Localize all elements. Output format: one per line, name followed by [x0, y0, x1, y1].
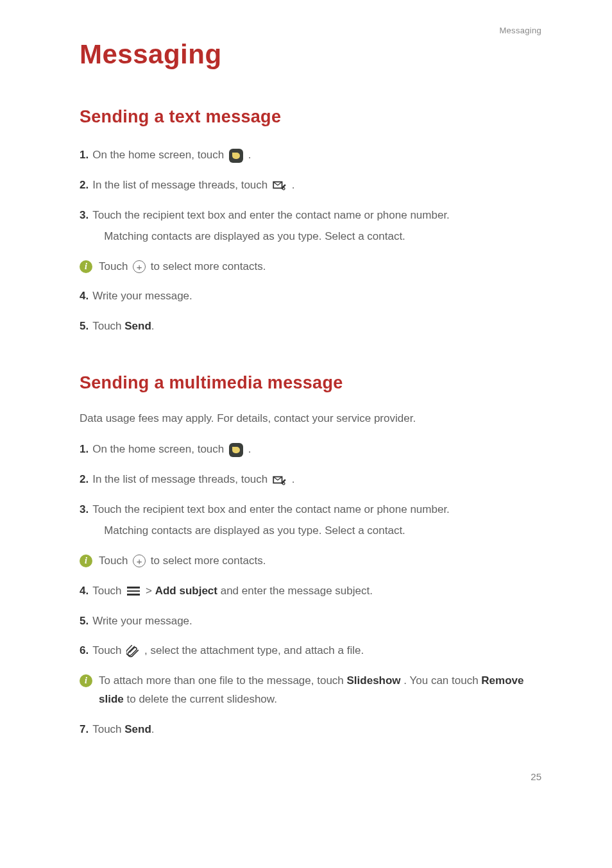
- step-6: 6. Touch , select the attachment type, a…: [80, 642, 541, 660]
- step-text: Write your message.: [92, 612, 541, 631]
- step-body: Touch , select the attachment type, and …: [92, 642, 541, 660]
- step-1: 1. On the home screen, touch .: [80, 146, 541, 165]
- note-text: Touch: [99, 260, 131, 272]
- step-text: .: [292, 179, 295, 191]
- step-body: On the home screen, touch .: [92, 440, 541, 459]
- step-4: 4. Write your message.: [80, 287, 541, 306]
- step-text: and enter the message subject.: [221, 585, 373, 597]
- step-number: 5.: [80, 317, 89, 336]
- info-note: i To attach more than one file to the me…: [80, 672, 541, 709]
- step-2: 2. In the list of message threads, touch…: [80, 176, 541, 195]
- step-3: 3. Touch the recipient text box and ente…: [80, 501, 541, 540]
- step-number: 4.: [80, 582, 89, 601]
- note-text: to select more contacts.: [151, 260, 266, 272]
- step-text: Touch: [92, 585, 124, 597]
- step-number: 1.: [80, 146, 89, 165]
- send-label: Send: [124, 723, 151, 735]
- note-text: . You can touch: [404, 674, 481, 687]
- note-body: Touch + to select more contacts.: [99, 552, 541, 571]
- step-body: Touch > Add subject and enter the messag…: [92, 582, 541, 601]
- step-5: 5. Touch Send.: [80, 317, 541, 336]
- step-4: 4. Touch > Add subject and enter the mes…: [80, 582, 541, 601]
- step-7: 7. Touch Send.: [80, 721, 541, 739]
- step-body: Touch the recipient text box and enter t…: [92, 501, 541, 540]
- step-number: 5.: [80, 612, 89, 631]
- step-number: 3.: [80, 206, 89, 225]
- page-container: Messaging Messaging Sending a text messa…: [0, 0, 612, 814]
- info-note: i Touch + to select more contacts.: [80, 552, 541, 571]
- step-text: Touch the recipient text box and enter t…: [92, 209, 450, 221]
- note-body: To attach more than one file to the mess…: [99, 672, 541, 709]
- step-text: In the list of message threads, touch: [92, 473, 271, 485]
- step-text: Touch: [92, 320, 124, 332]
- page-number: 25: [80, 771, 541, 782]
- send-label: Send: [124, 320, 151, 332]
- add-contact-icon: +: [133, 555, 146, 567]
- add-contact-icon: +: [133, 260, 146, 273]
- step-text: On the home screen, touch: [92, 149, 227, 161]
- step-number: 2.: [80, 471, 89, 489]
- step-text: Touch: [92, 644, 124, 656]
- step-text: .: [151, 320, 155, 332]
- step-body: Touch the recipient text box and enter t…: [92, 206, 541, 246]
- step-body: Touch Send.: [92, 721, 541, 739]
- compose-message-icon: [273, 475, 287, 485]
- step-text: Touch: [92, 723, 124, 735]
- step-text: On the home screen, touch: [92, 443, 227, 455]
- step-text: .: [248, 443, 251, 455]
- slideshow-label: Slideshow: [347, 674, 401, 687]
- menu-icon: [127, 586, 140, 596]
- section-title-text-message: Sending a text message: [80, 107, 541, 127]
- step-text: >: [146, 585, 155, 597]
- step-2: 2. In the list of message threads, touch…: [80, 471, 541, 489]
- messaging-app-icon: [229, 443, 243, 457]
- step-3: 3. Touch the recipient text box and ente…: [80, 206, 541, 246]
- note-text: Touch: [99, 555, 131, 567]
- step-number: 7.: [80, 721, 89, 739]
- step-1: 1. On the home screen, touch .: [80, 440, 541, 459]
- step-body: In the list of message threads, touch .: [92, 471, 541, 489]
- messaging-app-icon: [229, 149, 243, 163]
- step-number: 4.: [80, 287, 89, 306]
- step-5: 5. Write your message.: [80, 612, 541, 631]
- step-number: 6.: [80, 642, 89, 660]
- note-text: to select more contacts.: [151, 555, 266, 567]
- step-body: In the list of message threads, touch .: [92, 176, 541, 195]
- svg-point-3: [282, 482, 285, 485]
- step-text: Write your message.: [92, 287, 541, 306]
- section-title-multimedia-message: Sending a multimedia message: [80, 373, 541, 393]
- info-icon: i: [80, 260, 92, 273]
- compose-message-icon: [273, 180, 287, 190]
- attachment-icon: [126, 645, 139, 658]
- step-body: On the home screen, touch .: [92, 146, 541, 165]
- step-number: 3.: [80, 501, 89, 519]
- step-text: In the list of message threads, touch: [92, 179, 271, 191]
- step-text: .: [292, 473, 295, 485]
- note-text: To attach more than one file to the mess…: [99, 674, 347, 687]
- add-subject-label: Add subject: [155, 585, 217, 597]
- step-text: Touch the recipient text box and enter t…: [92, 503, 450, 515]
- svg-point-1: [282, 188, 285, 190]
- info-note: i Touch + to select more contacts.: [80, 258, 541, 276]
- step-text: Matching contacts are displayed as you t…: [104, 228, 541, 246]
- step-body: Touch Send.: [92, 317, 541, 336]
- note-text: to delete the current slideshow.: [126, 693, 276, 705]
- step-number: 2.: [80, 176, 89, 195]
- step-text: Matching contacts are displayed as you t…: [104, 522, 541, 540]
- step-text: .: [248, 149, 251, 161]
- step-number: 1.: [80, 440, 89, 459]
- section-intro: Data usage fees may apply. For details, …: [80, 412, 541, 425]
- info-icon: i: [80, 555, 92, 567]
- info-icon: i: [80, 674, 92, 687]
- step-text: .: [151, 723, 155, 735]
- step-text: , select the attachment type, and attach…: [144, 644, 364, 656]
- running-header: Messaging: [80, 26, 541, 35]
- chapter-title: Messaging: [80, 39, 541, 70]
- note-body: Touch + to select more contacts.: [99, 258, 541, 276]
